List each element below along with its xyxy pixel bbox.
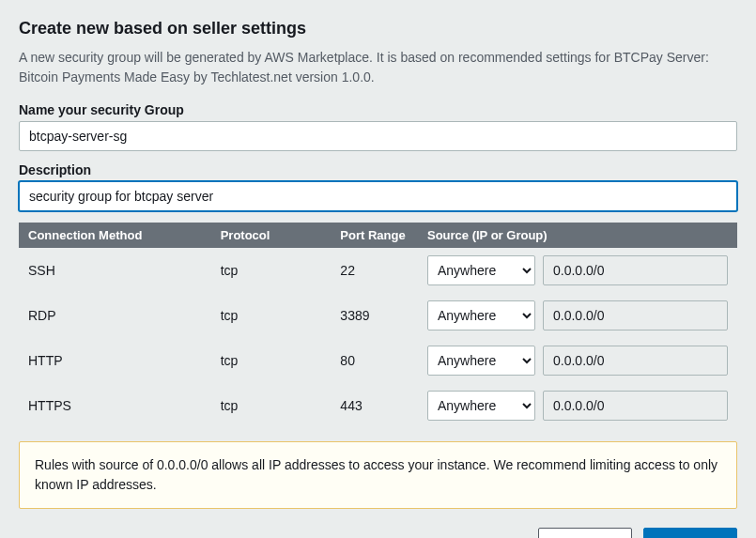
table-row: RDP tcp 3389 Anywhere [19, 293, 737, 338]
table-row: HTTPS tcp 443 Anywhere [19, 383, 737, 428]
source-ip-input[interactable] [543, 391, 728, 421]
cell-protocol: tcp [211, 248, 332, 293]
source-ip-input[interactable] [543, 255, 728, 285]
header-port-range: Port Range [331, 223, 418, 248]
cell-protocol: tcp [211, 293, 332, 338]
save-button[interactable]: Save [643, 528, 737, 538]
header-connection: Connection Method [19, 223, 211, 248]
security-rules-table: Connection Method Protocol Port Range So… [19, 223, 737, 428]
cell-connection: SSH [19, 248, 211, 293]
name-input[interactable] [19, 121, 737, 151]
header-protocol: Protocol [211, 223, 332, 248]
description-label: Description [19, 162, 737, 177]
warning-message: Rules with source of 0.0.0.0/0 allows al… [19, 441, 737, 509]
source-select[interactable]: Anywhere [427, 346, 535, 376]
cell-connection: HTTPS [19, 383, 211, 428]
source-select[interactable]: Anywhere [427, 300, 535, 330]
cell-connection: HTTP [19, 338, 211, 383]
description-input[interactable] [19, 181, 737, 211]
cell-protocol: tcp [211, 383, 332, 428]
source-ip-input[interactable] [543, 346, 728, 376]
cell-port: 80 [331, 338, 418, 383]
source-select[interactable]: Anywhere [427, 255, 535, 285]
name-label: Name your security Group [19, 102, 737, 117]
source-ip-input[interactable] [543, 300, 728, 330]
cell-connection: RDP [19, 293, 211, 338]
table-row: SSH tcp 22 Anywhere [19, 248, 737, 293]
table-row: HTTP tcp 80 Anywhere [19, 338, 737, 383]
cell-protocol: tcp [211, 338, 332, 383]
page-subtext: A new security group will be generated b… [19, 48, 737, 87]
cancel-button[interactable]: Cancel [538, 528, 632, 538]
source-select[interactable]: Anywhere [427, 391, 535, 421]
cell-port: 22 [331, 248, 418, 293]
cell-port: 443 [331, 383, 418, 428]
header-source: Source (IP or Group) [418, 223, 737, 248]
cell-port: 3389 [331, 293, 418, 338]
page-title: Create new based on seller settings [19, 19, 737, 38]
